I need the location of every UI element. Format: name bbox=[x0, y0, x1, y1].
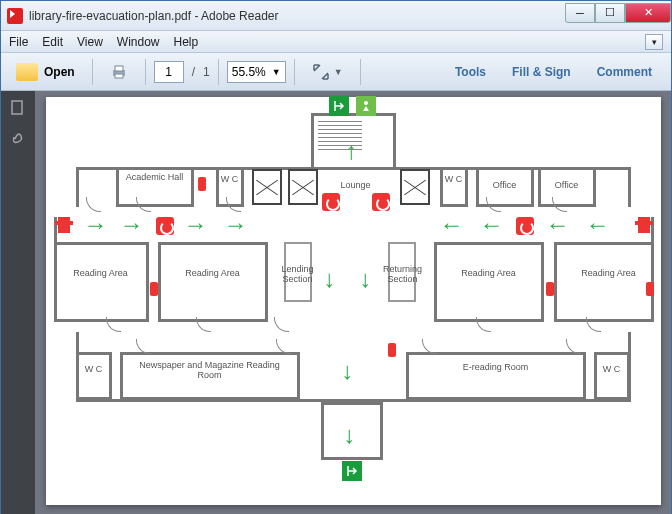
label-returning: Returning Section bbox=[378, 265, 428, 285]
floor-plan: Academic Hall W C Lounge W C Office bbox=[76, 157, 631, 417]
fire-extinguisher-icon bbox=[198, 177, 206, 191]
separator bbox=[92, 59, 93, 85]
toolbar-overflow-button[interactable]: ▾ bbox=[645, 34, 663, 50]
evacuation-arrow-left-icon: ← bbox=[546, 211, 570, 239]
evacuation-arrow-right-icon: → bbox=[184, 211, 208, 239]
door-icon bbox=[196, 317, 210, 331]
menu-file[interactable]: File bbox=[9, 35, 28, 49]
evacuation-arrow-down-icon: ↓ bbox=[342, 357, 354, 385]
evacuation-arrow-right-icon: → bbox=[84, 211, 108, 239]
separator bbox=[294, 59, 295, 85]
workarea: ↑ Academic Hall W C Lounge bbox=[1, 91, 671, 514]
fire-alarm-icon bbox=[516, 217, 534, 235]
door-icon bbox=[136, 197, 150, 211]
door-icon bbox=[274, 317, 288, 331]
svg-rect-2 bbox=[115, 74, 123, 78]
zoom-select[interactable]: 55.5% ▼ bbox=[227, 61, 286, 83]
label-office2: Office bbox=[546, 181, 588, 191]
open-label: Open bbox=[44, 65, 75, 79]
label-academic-hall: Academic Hall bbox=[124, 173, 186, 183]
menu-edit[interactable]: Edit bbox=[42, 35, 63, 49]
separator bbox=[360, 59, 361, 85]
label-lending: Lending Section bbox=[276, 265, 320, 285]
pdf-page: ↑ Academic Hall W C Lounge bbox=[46, 97, 661, 505]
label-newspaper: Newspaper and Magazine Reading Room bbox=[132, 361, 288, 381]
door-icon bbox=[136, 339, 150, 353]
chevron-down-icon: ▼ bbox=[334, 67, 343, 77]
door-icon bbox=[86, 197, 100, 211]
thumbnails-icon[interactable] bbox=[9, 99, 27, 117]
toolbar: Open / 1 55.5% ▼ ▼ Tools Fill & Sign Co bbox=[1, 53, 671, 91]
exit-sign-icon bbox=[329, 96, 349, 116]
svg-point-4 bbox=[364, 101, 368, 105]
chevron-down-icon: ▼ bbox=[272, 67, 281, 77]
evacuation-arrow-down-icon: ↓ bbox=[324, 265, 336, 293]
menu-view[interactable]: View bbox=[77, 35, 103, 49]
minimize-button[interactable]: ─ bbox=[565, 3, 595, 23]
fire-alarm-icon bbox=[372, 193, 390, 211]
fire-hydrant-icon bbox=[638, 217, 650, 233]
label-reading-area-4: Reading Area bbox=[574, 269, 644, 279]
label-lounge: Lounge bbox=[336, 181, 376, 191]
room-wc3 bbox=[76, 352, 112, 400]
exit-sign-icon bbox=[342, 461, 362, 481]
door-icon bbox=[566, 339, 580, 353]
door-icon bbox=[476, 317, 490, 331]
evacuation-arrow-left-icon: ← bbox=[440, 211, 464, 239]
comment-panel-button[interactable]: Comment bbox=[584, 58, 665, 86]
label-reading-area-2: Reading Area bbox=[178, 269, 248, 279]
open-button[interactable]: Open bbox=[7, 58, 84, 86]
fire-extinguisher-icon bbox=[646, 282, 654, 296]
page-number-input[interactable] bbox=[154, 61, 184, 83]
fire-alarm-icon bbox=[322, 193, 340, 211]
adobe-reader-icon bbox=[7, 8, 23, 24]
menu-help[interactable]: Help bbox=[174, 35, 199, 49]
nav-sidebar bbox=[1, 91, 35, 514]
attachments-icon[interactable] bbox=[9, 129, 27, 147]
door-icon bbox=[226, 197, 240, 211]
menu-window[interactable]: Window bbox=[117, 35, 160, 49]
door-icon bbox=[106, 317, 120, 331]
room-reading-area-3 bbox=[434, 242, 544, 322]
label-wc3: W C bbox=[82, 365, 106, 375]
separator bbox=[145, 59, 146, 85]
close-button[interactable]: ✕ bbox=[625, 3, 671, 23]
maximize-button[interactable]: ☐ bbox=[595, 3, 625, 23]
door-icon bbox=[422, 339, 436, 353]
label-reading-area-3: Reading Area bbox=[454, 269, 524, 279]
separator bbox=[218, 59, 219, 85]
page-total: 1 bbox=[203, 65, 210, 79]
door-icon bbox=[486, 197, 500, 211]
door-icon bbox=[276, 339, 290, 353]
folder-icon bbox=[16, 63, 38, 81]
fire-extinguisher-icon bbox=[388, 343, 396, 357]
evacuation-arrow-left-icon: ← bbox=[586, 211, 610, 239]
label-wc2: W C bbox=[444, 175, 464, 185]
evacuation-arrow-down-icon: ↓ bbox=[360, 265, 372, 293]
fire-hydrant-icon bbox=[58, 217, 70, 233]
read-mode-button[interactable]: ▼ bbox=[303, 58, 352, 86]
menubar: File Edit View Window Help ▾ bbox=[1, 31, 671, 53]
room-reading-area-1 bbox=[54, 242, 149, 322]
fire-alarm-icon bbox=[156, 217, 174, 235]
label-wc1: W C bbox=[220, 175, 240, 185]
document-canvas[interactable]: ↑ Academic Hall W C Lounge bbox=[35, 91, 671, 514]
printer-icon bbox=[110, 63, 128, 81]
label-wc4: W C bbox=[600, 365, 624, 375]
elevator-icon bbox=[288, 169, 318, 205]
print-button[interactable] bbox=[101, 58, 137, 86]
expand-icon bbox=[312, 63, 330, 81]
evacuation-arrow-right-icon: → bbox=[120, 211, 144, 239]
door-icon bbox=[586, 317, 600, 331]
fire-extinguisher-icon bbox=[546, 282, 554, 296]
fire-extinguisher-icon bbox=[150, 282, 158, 296]
tools-panel-button[interactable]: Tools bbox=[442, 58, 499, 86]
app-window: library-fire-evacuation-plan.pdf - Adobe… bbox=[0, 0, 672, 514]
zoom-value: 55.5% bbox=[232, 65, 266, 79]
svg-rect-3 bbox=[12, 101, 22, 114]
elevator-icon bbox=[252, 169, 282, 205]
fill-sign-panel-button[interactable]: Fill & Sign bbox=[499, 58, 584, 86]
titlebar: library-fire-evacuation-plan.pdf - Adobe… bbox=[1, 1, 671, 31]
svg-rect-1 bbox=[115, 66, 123, 71]
evacuation-arrow-right-icon: → bbox=[224, 211, 248, 239]
